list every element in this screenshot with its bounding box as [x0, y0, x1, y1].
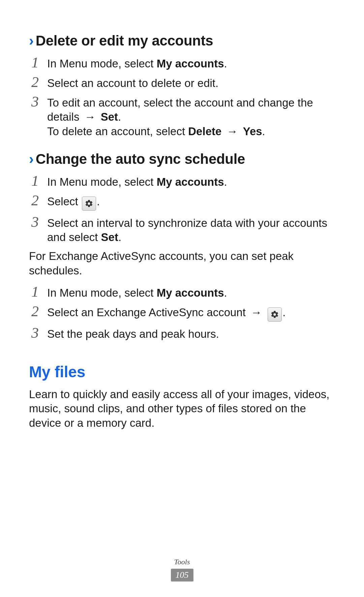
step-item: 2 Select an account to delete or edit. [29, 74, 335, 90]
step-number: 2 [29, 74, 41, 90]
step-number: 3 [29, 94, 41, 109]
text-fragment: . [262, 125, 265, 138]
page-number: 105 [171, 569, 193, 581]
step-body: Select . [47, 192, 335, 211]
text-bold: Set [101, 231, 118, 243]
chevron-right-icon: › [29, 33, 34, 49]
gear-icon [268, 307, 282, 322]
subheading-text: Change the auto sync schedule [36, 151, 245, 167]
step-body: In Menu mode, select My accounts. [47, 55, 335, 71]
text-fragment: . [118, 111, 121, 123]
text-fragment: . [282, 306, 285, 319]
step-body: Select an Exchange ActiveSync account → … [47, 303, 335, 322]
text-fragment: . [224, 287, 227, 299]
step-item: 3 Set the peak days and peak hours. [29, 325, 335, 341]
text-bold: My accounts [157, 287, 224, 299]
step-item: 2 Select an Exchange ActiveSync account … [29, 303, 335, 322]
step-item: 1 In Menu mode, select My accounts. [29, 284, 335, 300]
step-body: Select an account to delete or edit. [47, 74, 335, 90]
step-number: 2 [29, 303, 41, 319]
text-fragment: To delete an account, select [47, 125, 188, 138]
text-fragment: Select an interval to synchronize data w… [47, 217, 327, 243]
step-list: 1 In Menu mode, select My accounts. 2 Se… [29, 284, 335, 341]
note-paragraph: For Exchange ActiveSync accounts, you ca… [29, 249, 335, 277]
text-fragment: . [97, 195, 100, 208]
text-fragment: . [224, 176, 227, 188]
step-number: 3 [29, 214, 41, 230]
gear-icon [82, 197, 96, 211]
step-number: 1 [29, 173, 41, 188]
arrow-icon: → [85, 111, 96, 123]
text-fragment: Select an Exchange ActiveSync account [47, 306, 249, 319]
step-body: In Menu mode, select My accounts. [47, 173, 335, 189]
manual-page: ›Delete or edit my accounts 1 In Menu mo… [0, 0, 364, 597]
heading-my-files: My files [29, 362, 335, 382]
subheading-delete-edit-accounts: ›Delete or edit my accounts [29, 32, 335, 50]
step-item: 1 In Menu mode, select My accounts. [29, 55, 335, 71]
step-list: 1 In Menu mode, select My accounts. 2 Se… [29, 55, 335, 139]
subheading-text: Delete or edit my accounts [36, 33, 213, 49]
step-body: Set the peak days and peak hours. [47, 325, 335, 341]
page-footer: Tools 105 [0, 557, 364, 581]
text-bold: Delete [188, 125, 221, 138]
text-bold: Set [101, 111, 118, 123]
text-fragment: In Menu mode, select [47, 287, 157, 299]
step-item: 3 To edit an account, select the account… [29, 94, 335, 139]
my-files-description: Learn to quickly and easily access all o… [29, 387, 335, 430]
arrow-icon: → [251, 306, 262, 319]
step-item: 3 Select an interval to synchronize data… [29, 214, 335, 244]
step-list: 1 In Menu mode, select My accounts. 2 Se… [29, 173, 335, 245]
subheading-auto-sync: ›Change the auto sync schedule [29, 150, 335, 168]
step-body: In Menu mode, select My accounts. [47, 284, 335, 300]
step-item: 1 In Menu mode, select My accounts. [29, 173, 335, 189]
step-item: 2 Select . [29, 192, 335, 211]
step-number: 1 [29, 55, 41, 70]
text-fragment: In Menu mode, select [47, 176, 157, 188]
chevron-right-icon: › [29, 151, 34, 167]
text-fragment: . [118, 231, 121, 243]
text-bold: My accounts [157, 57, 224, 70]
text-bold: Yes [243, 125, 262, 138]
step-body: Select an interval to synchronize data w… [47, 214, 335, 244]
text-fragment: Select [47, 195, 81, 208]
text-fragment: . [224, 57, 227, 70]
step-number: 3 [29, 325, 41, 340]
text-fragment: In Menu mode, select [47, 57, 157, 70]
step-number: 1 [29, 284, 41, 299]
text-bold: My accounts [157, 176, 224, 188]
footer-category: Tools [0, 557, 364, 567]
arrow-icon: → [227, 125, 238, 138]
step-body: To edit an account, select the account a… [47, 94, 335, 139]
step-number: 2 [29, 192, 41, 208]
